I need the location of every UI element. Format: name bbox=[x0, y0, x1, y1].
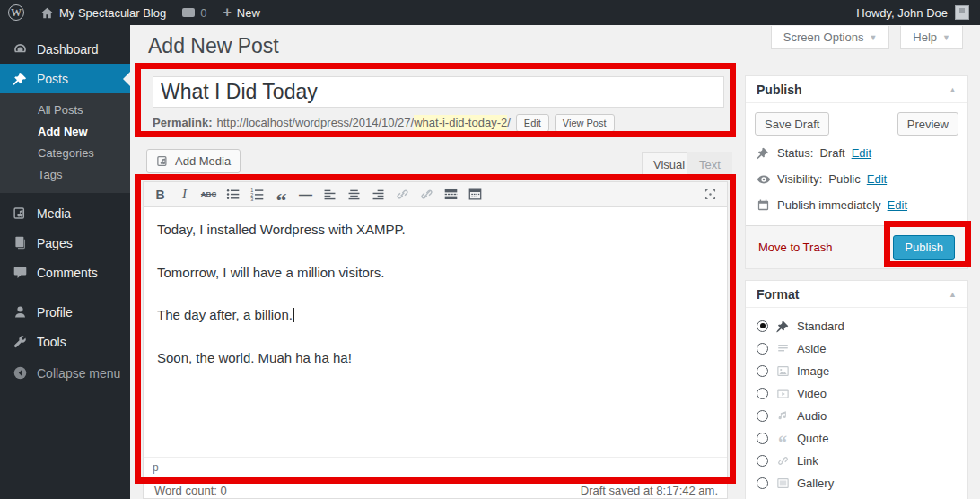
format-gallery-icon bbox=[775, 476, 790, 490]
read-more-tag-button[interactable] bbox=[439, 184, 463, 206]
insert-link-button[interactable] bbox=[390, 184, 415, 206]
post-status-info: Word count: 0 Draft saved at 8:17:42 am. bbox=[143, 481, 728, 499]
help-tab[interactable]: Help ▼ bbox=[900, 26, 963, 49]
align-center-icon bbox=[346, 187, 362, 202]
pushpin-icon bbox=[12, 71, 28, 87]
blockquote-button[interactable]: “ bbox=[269, 184, 293, 206]
save-draft-button[interactable]: Save Draft bbox=[755, 112, 829, 136]
radio-aside[interactable] bbox=[757, 343, 768, 355]
sidebar-item-tools[interactable]: Tools bbox=[0, 327, 130, 356]
sidebar-item-pages[interactable]: Pages bbox=[0, 228, 130, 258]
align-right-button[interactable] bbox=[366, 184, 390, 206]
italic-button[interactable]: I bbox=[172, 184, 197, 206]
site-name: My Spectacular Blog bbox=[59, 6, 166, 20]
avatar[interactable] bbox=[955, 5, 969, 20]
align-center-button[interactable] bbox=[342, 184, 366, 206]
admin-bar-comments[interactable]: 0 bbox=[174, 0, 214, 25]
format-quote-icon: “ bbox=[775, 431, 790, 445]
post-title-input[interactable] bbox=[153, 76, 724, 108]
bold-button[interactable]: B bbox=[148, 184, 172, 206]
publish-button[interactable]: Publish bbox=[893, 235, 955, 260]
bulleted-list-button[interactable] bbox=[221, 184, 245, 206]
sidebar-item-tags[interactable]: Tags bbox=[0, 164, 130, 186]
sidebar-item-comments[interactable]: Comments bbox=[0, 258, 130, 287]
format-option-gallery[interactable]: Gallery bbox=[757, 476, 957, 490]
permalink-base: http://localhost/wordpress/2014/10/27/ bbox=[216, 116, 414, 129]
distraction-free-button[interactable] bbox=[698, 184, 722, 206]
radio-link[interactable] bbox=[757, 455, 768, 467]
format-panel-header[interactable]: Format ▲ bbox=[746, 281, 967, 308]
sidebar-item-media[interactable]: Media bbox=[0, 198, 130, 228]
add-media-icon bbox=[156, 154, 170, 168]
tab-text[interactable]: Text bbox=[687, 152, 732, 177]
sidebar-item-dashboard[interactable]: Dashboard bbox=[0, 34, 130, 64]
publish-panel: Publish ▲ Save Draft Preview Status: Dra… bbox=[745, 75, 968, 269]
add-media-button[interactable]: Add Media bbox=[146, 149, 241, 173]
move-to-trash-link[interactable]: Move to Trash bbox=[758, 241, 832, 254]
wordpress-logo-menu[interactable]: W bbox=[0, 0, 32, 25]
radio-gallery[interactable] bbox=[757, 477, 768, 489]
edit-permalink-button[interactable]: Edit bbox=[516, 114, 549, 132]
format-option-link[interactable]: Link bbox=[757, 453, 957, 468]
sidebar-item-categories[interactable]: Categories bbox=[0, 143, 130, 164]
home-icon bbox=[40, 6, 54, 20]
autosave-message: Draft saved at 8:17:42 am. bbox=[581, 484, 718, 497]
toolbar-toggle-button[interactable] bbox=[463, 184, 487, 206]
format-option-audio[interactable]: Audio bbox=[757, 408, 957, 423]
format-aside-icon bbox=[775, 341, 790, 355]
strikethrough-button[interactable]: ABC bbox=[197, 184, 221, 206]
format-option-aside[interactable]: Aside bbox=[757, 341, 957, 355]
horizontal-rule-button[interactable]: — bbox=[293, 184, 318, 206]
wordpress-logo-icon: W bbox=[8, 4, 24, 21]
view-post-button[interactable]: View Post bbox=[555, 114, 615, 132]
edit-status-link[interactable]: Edit bbox=[852, 146, 871, 160]
howdy-account-link[interactable]: Howdy, John Doe bbox=[856, 6, 948, 20]
format-standard-icon bbox=[775, 319, 790, 333]
sidebar-item-collapse-menu[interactable]: Collapse menu bbox=[0, 358, 130, 388]
radio-image[interactable] bbox=[757, 365, 768, 377]
status-row: Status: Draft Edit bbox=[757, 144, 957, 162]
toolbar-toggle-icon bbox=[468, 187, 483, 202]
element-path[interactable]: p bbox=[153, 461, 159, 474]
sidebar-item-profile[interactable]: Profile bbox=[0, 297, 130, 327]
major-publishing-actions: Move to Trash Publish bbox=[746, 225, 967, 268]
new-content-button[interactable]: + New bbox=[214, 0, 267, 25]
screen-options-tab[interactable]: Screen Options ▼ bbox=[771, 26, 890, 49]
text-cursor bbox=[293, 308, 294, 322]
editor-content[interactable]: Today, I installed Wordpress with XAMPP.… bbox=[144, 207, 727, 457]
format-option-quote[interactable]: “ Quote bbox=[757, 431, 957, 445]
preview-button[interactable]: Preview bbox=[897, 112, 958, 136]
radio-video[interactable] bbox=[757, 388, 768, 399]
publish-panel-header[interactable]: Publish ▲ bbox=[746, 76, 967, 103]
format-option-video[interactable]: Video bbox=[757, 386, 957, 400]
admin-menu: Dashboard Posts All Posts Add New Catego… bbox=[0, 25, 130, 499]
sidebar-item-all-posts[interactable]: All Posts bbox=[0, 100, 130, 121]
sidebar-label-collapse: Collapse menu bbox=[37, 366, 120, 381]
page-title: Add New Post bbox=[148, 34, 279, 58]
radio-audio[interactable] bbox=[757, 410, 768, 422]
format-option-image[interactable]: Image bbox=[757, 363, 957, 378]
collapse-icon bbox=[12, 365, 28, 381]
sidebar-label-tools: Tools bbox=[37, 335, 66, 349]
visibility-label: Visibility: bbox=[777, 172, 822, 186]
read-more-icon bbox=[443, 187, 459, 202]
link-icon bbox=[395, 187, 410, 202]
schedule-text: Publish immediately bbox=[777, 198, 881, 212]
radio-quote[interactable] bbox=[757, 433, 768, 444]
editor-paragraph: The day after, a billion. bbox=[157, 305, 713, 326]
format-option-standard[interactable]: Standard bbox=[757, 319, 957, 333]
align-left-icon bbox=[322, 187, 337, 202]
panel-toggle-icon: ▲ bbox=[949, 85, 957, 94]
edit-visibility-link[interactable]: Edit bbox=[867, 172, 887, 186]
site-name-link[interactable]: My Spectacular Blog bbox=[32, 0, 174, 25]
radio-standard[interactable] bbox=[757, 320, 768, 332]
align-left-button[interactable] bbox=[318, 184, 342, 206]
plus-icon: + bbox=[223, 5, 231, 20]
remove-link-button[interactable] bbox=[415, 184, 439, 206]
numbered-list-button[interactable]: 123 bbox=[245, 184, 269, 206]
sidebar-item-posts[interactable]: Posts bbox=[0, 64, 130, 93]
panel-toggle-icon: ▲ bbox=[949, 290, 957, 299]
edit-schedule-link[interactable]: Edit bbox=[888, 198, 907, 212]
sidebar-item-add-new[interactable]: Add New bbox=[0, 121, 130, 143]
visibility-row: Visibility: Public Edit bbox=[757, 171, 957, 188]
